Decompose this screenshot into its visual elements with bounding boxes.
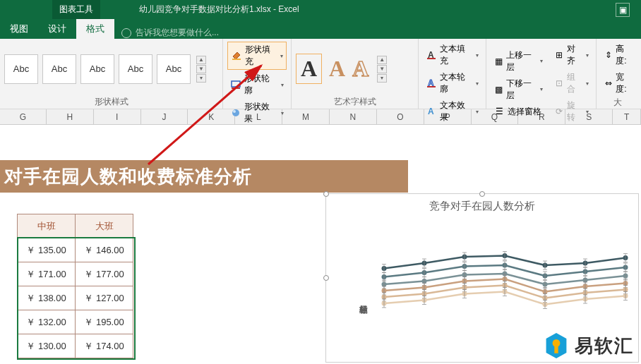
height-field[interactable]: ⇕高度: <box>601 42 635 68</box>
group-size: ⇕高度: ⇔宽度: 大 <box>597 39 639 109</box>
group-icon: ⊡ <box>554 78 564 89</box>
wordart-preset-2[interactable]: A <box>329 56 345 82</box>
style-preset-1[interactable]: Abc <box>4 54 38 84</box>
group-arrange: ▦上移一层▾ ▩下移一层▾ ☰选择窗格 ⊞对齐▾ ⊡组合▾ ⟳旋转▾ 排列 <box>486 39 597 109</box>
group-label-wordart: 艺术字样式 <box>296 96 414 107</box>
cell[interactable]: ￥ 146.00 <box>76 238 133 262</box>
align-icon: ⊞ <box>554 49 564 61</box>
cell[interactable]: ￥ 130.00 <box>18 334 76 358</box>
width-label: 宽度: <box>616 71 632 95</box>
cell[interactable]: ￥ 138.00 <box>18 286 76 310</box>
cell[interactable]: ￥ 174.00 <box>76 334 133 358</box>
resize-handle[interactable] <box>479 191 485 197</box>
send-backward-dropdown[interactable]: ▩下移一层▾ <box>491 76 546 103</box>
svg-rect-0 <box>232 59 241 60</box>
shape-fill-label: 形状填充 <box>245 44 276 68</box>
cell[interactable]: ￥ 195.00 <box>76 310 133 334</box>
align-label: 对齐 <box>567 43 582 67</box>
group-dropdown: ⊡组合▾ <box>551 70 592 97</box>
logo-icon <box>544 332 569 360</box>
cell[interactable]: ￥ 132.00 <box>18 310 76 334</box>
col-G[interactable]: G <box>0 109 47 124</box>
th-mid[interactable]: 中班 <box>18 214 76 238</box>
style-preset-3[interactable]: Abc <box>80 54 114 84</box>
svg-rect-180 <box>554 346 558 353</box>
shape-effects-dropdown[interactable]: 形状效果▾ <box>227 99 287 126</box>
svg-rect-2 <box>232 87 240 89</box>
document-title: 幼儿园竞争对手数据对比分析1.xlsx - Excel <box>139 4 299 16</box>
width-field[interactable]: ⇔宽度: <box>601 70 635 97</box>
height-icon: ⇕ <box>604 49 613 61</box>
group-shape-fill-dropdowns: 形状填充▾ 形状轮廓▾ 形状效果▾ <box>223 39 291 109</box>
tell-me[interactable]: 告诉我您想要做什么... <box>121 27 219 39</box>
style-preset-2[interactable]: Abc <box>42 54 76 84</box>
worksheet-area[interactable]: 对手在园人数和收费标准分析 中班大班 ￥ 135.00￥ 146.00 ￥ 17… <box>0 125 641 364</box>
group-label: 组合 <box>567 71 582 95</box>
send-backward-label: 下移一层 <box>506 78 536 102</box>
bring-forward-icon: ▦ <box>493 56 503 67</box>
rotate-label: 旋转 <box>567 99 582 123</box>
shape-effects-label: 形状效果 <box>244 101 277 125</box>
cell[interactable]: ￥ 177.00 <box>76 262 133 286</box>
col-J[interactable]: J <box>141 109 188 124</box>
style-preset-4[interactable]: Abc <box>119 54 152 84</box>
text-fill-label: 文本填充 <box>440 43 472 67</box>
tell-me-placeholder: 告诉我您想要做什么... <box>136 27 219 39</box>
svg-text:A: A <box>428 107 434 116</box>
cell[interactable]: ￥ 127.00 <box>76 286 133 310</box>
text-effects-icon: A <box>426 106 437 117</box>
col-T[interactable]: T <box>613 109 641 124</box>
text-outline-icon: A <box>426 78 437 89</box>
chart-plot-area[interactable] <box>377 235 633 334</box>
ribbon-tabs: 视图 设计 格式 告诉我您想要做什么... <box>0 19 641 39</box>
pen-outline-icon <box>230 79 241 90</box>
gallery-spinner[interactable]: ▲▼▾ <box>196 56 206 83</box>
align-dropdown[interactable]: ⊞对齐▾ <box>551 42 592 68</box>
cell[interactable]: ￥ 171.00 <box>18 262 76 286</box>
text-outline-label: 文本轮廓 <box>440 71 472 95</box>
rotate-dropdown: ⟳旋转▾ <box>551 98 592 125</box>
col-M[interactable]: M <box>282 109 330 124</box>
selection-pane-button[interactable]: ☰选择窗格 <box>491 104 546 119</box>
ribbon: Abc Abc Abc Abc Abc ▲▼▾ 形状样式 形状填充▾ 形状轮廓▾ <box>0 39 641 109</box>
th-big[interactable]: 大班 <box>76 214 133 238</box>
logo-text: 易软汇 <box>575 334 634 358</box>
wordart-preset-3[interactable]: A <box>352 56 369 82</box>
svg-rect-6 <box>427 58 436 59</box>
col-O[interactable]: O <box>377 109 424 124</box>
wordart-preset-1[interactable]: A <box>296 54 322 84</box>
cell[interactable]: ￥ 135.00 <box>18 238 76 262</box>
resize-handle[interactable] <box>323 191 329 197</box>
shape-fill-dropdown[interactable]: 形状填充▾ <box>227 42 287 70</box>
rotate-icon: ⟳ <box>554 106 564 117</box>
selection-pane-label: 选择窗格 <box>508 106 541 118</box>
resize-handle[interactable] <box>323 275 329 281</box>
window-restore-icon[interactable]: ▣ <box>616 3 630 17</box>
bring-forward-dropdown[interactable]: ▦上移一层▾ <box>491 48 546 75</box>
paint-bucket-icon <box>231 50 242 61</box>
group-wordart-styles: A A A ▲▼▾ 艺术字样式 <box>292 39 419 109</box>
text-fill-dropdown[interactable]: A 文本填充▾ <box>423 42 481 68</box>
text-outline-dropdown[interactable]: A 文本轮廓▾ <box>423 70 481 97</box>
bring-forward-label: 上移一层 <box>506 49 536 73</box>
watermark-logo: 易软汇 <box>544 332 634 360</box>
tab-view[interactable]: 视图 <box>0 19 38 39</box>
svg-point-4 <box>233 110 236 113</box>
bulb-icon <box>121 28 131 38</box>
chart-title[interactable]: 竞争对手在园人数分析 <box>326 200 638 213</box>
wordart-gallery-spinner[interactable]: ▲▼▾ <box>377 56 387 83</box>
text-effects-dropdown[interactable]: A 文本效果▾ <box>423 98 481 125</box>
shape-style-gallery[interactable]: Abc Abc Abc Abc Abc ▲▼▾ <box>4 54 206 84</box>
group-label-shape-styles: 形状样式 <box>4 96 218 107</box>
col-I[interactable]: I <box>94 109 141 124</box>
tab-design[interactable]: 设计 <box>38 19 76 39</box>
tab-format[interactable]: 格式 <box>76 19 114 39</box>
col-H[interactable]: H <box>47 109 94 124</box>
shape-outline-dropdown[interactable]: 形状轮廓▾ <box>227 71 287 98</box>
col-N[interactable]: N <box>330 109 377 124</box>
text-fill-icon: A <box>426 49 437 61</box>
shape-outline-label: 形状轮廓 <box>244 73 277 97</box>
effects-icon <box>230 107 241 119</box>
price-table: 中班大班 ￥ 135.00￥ 146.00 ￥ 171.00￥ 177.00 ￥… <box>17 214 133 358</box>
style-preset-5[interactable]: Abc <box>157 54 191 84</box>
